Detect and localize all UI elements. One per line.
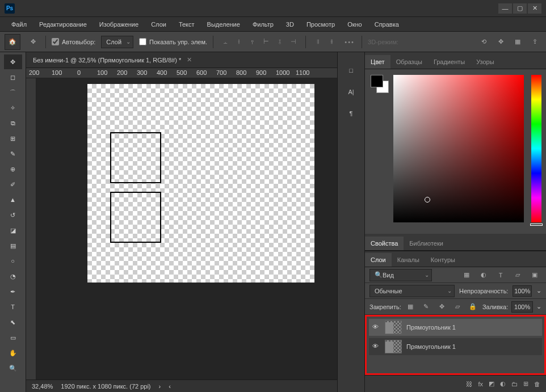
panel-paragraph-icon[interactable]: ¶ bbox=[345, 107, 358, 120]
pan3d-icon[interactable]: ✥ bbox=[494, 35, 507, 49]
menu-image[interactable]: Изображение bbox=[94, 19, 144, 30]
mask-icon[interactable]: ◩ bbox=[489, 380, 494, 387]
close-button[interactable]: ✕ bbox=[528, 3, 541, 14]
align-hmid-icon[interactable]: ⫱ bbox=[274, 36, 286, 48]
status-nav-icon[interactable]: ‹ bbox=[169, 383, 171, 390]
lock-all-icon[interactable]: 🔒 bbox=[467, 300, 478, 314]
history-brush-tool[interactable]: ↺ bbox=[4, 208, 22, 222]
blur-tool[interactable]: ○ bbox=[4, 254, 22, 268]
lock-pixels-icon[interactable]: ✎ bbox=[420, 300, 432, 314]
visibility-icon[interactable]: 👁 bbox=[372, 343, 380, 351]
status-more-icon[interactable]: › bbox=[159, 383, 161, 390]
wand-tool[interactable]: ✧ bbox=[4, 100, 22, 115]
opacity-dropdown-icon[interactable]: ⌄ bbox=[536, 287, 541, 294]
canvas[interactable] bbox=[36, 78, 337, 380]
autoselect-checkbox[interactable]: Автовыбор: bbox=[52, 38, 95, 45]
filter-smart-icon[interactable]: ▣ bbox=[528, 268, 541, 282]
layer-search[interactable]: 🔍 Вид bbox=[369, 269, 432, 281]
menu-edit[interactable]: Редактирование bbox=[33, 19, 93, 30]
menu-view[interactable]: Просмотр bbox=[301, 19, 341, 30]
layer-name[interactable]: Прямоугольник 1 bbox=[406, 324, 456, 331]
group-icon[interactable]: 🗀 bbox=[511, 381, 518, 387]
hand-tool[interactable]: ✋ bbox=[4, 345, 22, 360]
zoom-value[interactable]: 32,48% bbox=[32, 383, 53, 390]
picker-indicator[interactable] bbox=[425, 197, 430, 203]
blend-mode-dropdown[interactable]: Обычные bbox=[369, 285, 455, 297]
tab-color[interactable]: Цвет bbox=[365, 55, 390, 69]
frame-tool[interactable]: ⊞ bbox=[4, 131, 22, 146]
more-options-button[interactable]: ••• bbox=[343, 36, 356, 48]
tab-channels[interactable]: Каналы bbox=[392, 253, 425, 267]
eraser-tool[interactable]: ◪ bbox=[4, 223, 22, 238]
fx-icon[interactable]: fx bbox=[478, 381, 483, 387]
filter-type-icon[interactable]: T bbox=[494, 268, 507, 282]
panel-type-icon[interactable]: □ bbox=[345, 64, 358, 77]
panel-char-icon[interactable]: A| bbox=[345, 85, 358, 99]
layer-item[interactable]: 👁 Прямоугольник 1 bbox=[369, 319, 542, 336]
tab-swatches[interactable]: Образцы bbox=[390, 55, 428, 69]
delete-layer-icon[interactable]: 🗑 bbox=[534, 381, 540, 387]
document-tab[interactable]: Без имени-1 @ 32,5% (Прямоугольник 1, RG… bbox=[26, 52, 337, 68]
opacity-value[interactable]: 100% bbox=[513, 285, 532, 297]
fill-value[interactable]: 100% bbox=[511, 301, 533, 313]
stamp-tool[interactable]: ▲ bbox=[4, 192, 22, 207]
lock-trans-icon[interactable]: ▦ bbox=[405, 300, 417, 314]
menu-file[interactable]: Файл bbox=[6, 19, 32, 30]
tab-paths[interactable]: Контуры bbox=[425, 253, 461, 267]
foreground-color[interactable] bbox=[371, 75, 383, 87]
layer-thumbnail[interactable] bbox=[385, 321, 402, 334]
layer-item[interactable]: 👁 Прямоугольник 1 bbox=[369, 338, 542, 355]
menu-window[interactable]: Окно bbox=[342, 19, 368, 30]
type-tool[interactable]: T bbox=[4, 300, 22, 314]
align-bottom-icon[interactable]: ⫯ bbox=[246, 36, 259, 48]
brush-tool[interactable]: ✐ bbox=[4, 177, 22, 192]
tab-properties[interactable]: Свойства bbox=[365, 237, 404, 250]
tab-gradients[interactable]: Градиенты bbox=[428, 55, 471, 69]
menu-text[interactable]: Текст bbox=[173, 19, 200, 30]
show-controls-checkbox[interactable]: Показать упр. элем. bbox=[139, 38, 207, 45]
menu-filter[interactable]: Фильтр bbox=[247, 19, 279, 30]
new-layer-icon[interactable]: ⊞ bbox=[523, 380, 528, 387]
share-icon[interactable]: ⇪ bbox=[528, 35, 541, 49]
filter-shape-icon[interactable]: ▱ bbox=[511, 268, 524, 282]
fill-dropdown-icon[interactable]: ⌄ bbox=[536, 303, 541, 310]
filter-adjust-icon[interactable]: ◐ bbox=[477, 268, 490, 282]
marquee-tool[interactable]: ◻ bbox=[4, 70, 22, 85]
align-vmid-icon[interactable]: ⫲ bbox=[233, 36, 245, 48]
pen-tool[interactable]: ✒ bbox=[4, 284, 22, 299]
layer-thumbnail[interactable] bbox=[385, 340, 402, 353]
align-left-icon[interactable]: ⊢ bbox=[260, 36, 272, 48]
maximize-button[interactable]: ▢ bbox=[513, 3, 527, 14]
artboard[interactable] bbox=[87, 84, 314, 283]
path-select-tool[interactable]: ⬉ bbox=[4, 315, 22, 330]
artboard-icon[interactable]: ▦ bbox=[511, 35, 524, 49]
lock-position-icon[interactable]: ✥ bbox=[436, 300, 448, 314]
minimize-button[interactable]: — bbox=[498, 3, 512, 14]
shape-tool[interactable]: ▭ bbox=[4, 330, 22, 345]
layer-name[interactable]: Прямоугольник 1 bbox=[406, 343, 456, 350]
dodge-tool[interactable]: ◔ bbox=[4, 269, 22, 284]
adjustment-icon[interactable]: ◐ bbox=[500, 380, 506, 387]
menu-layer[interactable]: Слои bbox=[145, 19, 172, 30]
orbit-icon[interactable]: ⟲ bbox=[477, 35, 490, 49]
align-right-icon[interactable]: ⊣ bbox=[287, 36, 300, 48]
link-layers-icon[interactable]: ⛓ bbox=[466, 381, 472, 387]
gradient-tool[interactable]: ▤ bbox=[4, 238, 22, 253]
visibility-icon[interactable]: 👁 bbox=[372, 323, 380, 331]
distribute-h-icon[interactable]: ⫴ bbox=[312, 36, 324, 48]
align-top-icon[interactable]: ⫠ bbox=[219, 36, 232, 48]
tab-libraries[interactable]: Библиотеки bbox=[404, 237, 449, 250]
hue-indicator[interactable] bbox=[530, 224, 543, 226]
tab-layers[interactable]: Слои bbox=[365, 253, 392, 267]
color-picker[interactable] bbox=[393, 75, 524, 222]
rectangle-1[interactable] bbox=[110, 132, 161, 183]
menu-help[interactable]: Справка bbox=[369, 19, 405, 30]
menu-select[interactable]: Выделение bbox=[201, 19, 246, 30]
zoom-tool[interactable]: 🔍 bbox=[4, 361, 22, 376]
filter-pixel-icon[interactable]: ▦ bbox=[460, 268, 473, 282]
move-tool-icon[interactable]: ✥ bbox=[26, 35, 40, 49]
hue-slider[interactable] bbox=[531, 75, 541, 222]
tab-patterns[interactable]: Узоры bbox=[471, 55, 499, 69]
crop-tool[interactable]: ⧉ bbox=[4, 116, 22, 130]
close-tab-icon[interactable]: ✕ bbox=[187, 56, 192, 64]
